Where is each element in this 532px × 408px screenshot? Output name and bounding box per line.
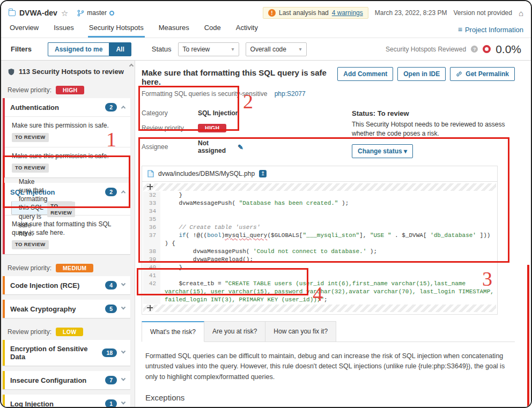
tab-how-can-you-fix-it[interactable]: How can you fix it? bbox=[265, 321, 336, 342]
warnings-link[interactable]: 4 warnings bbox=[332, 9, 363, 17]
count-badge: 7 bbox=[105, 376, 117, 384]
tab-measures[interactable]: Measures bbox=[158, 23, 190, 38]
code-line: 36 // Create table 'users' bbox=[143, 224, 496, 232]
hotspot-location: mysqli_query bbox=[225, 232, 267, 239]
review-priority-label: Review priority bbox=[142, 124, 198, 132]
hotspot-item[interactable]: Make sure this permission is safe. TO RE… bbox=[5, 116, 130, 147]
tab-issues[interactable]: Issues bbox=[53, 23, 75, 38]
rule-description: Formatted SQL queries can be difficult t… bbox=[142, 342, 515, 407]
priority-badge-low: LOW bbox=[56, 328, 83, 336]
open-in-ide-button[interactable]: Open in IDE bbox=[397, 67, 446, 81]
analysis-warning-chip: ! Last analysis had 4 warnings bbox=[263, 7, 368, 19]
project-nav: Overview Issues Security Hotspots Measur… bbox=[9, 23, 523, 38]
code-snippet-panel: dvwa/includes/DBMS/MySQL.php ↥ 32 } 33 d… bbox=[142, 166, 498, 315]
hotspot-title: Make sure that formatting this SQL query… bbox=[142, 68, 337, 86]
status-description: This Security Hotspot needs to be review… bbox=[352, 120, 515, 139]
expand-icon[interactable] bbox=[147, 305, 153, 311]
status-badge: TO REVIEW bbox=[12, 164, 49, 173]
warning-text: Last analysis had bbox=[279, 9, 329, 17]
assignee-label: Assignee bbox=[142, 143, 198, 151]
status-badge: TO REVIEW bbox=[12, 240, 49, 249]
list-icon: ≡ bbox=[458, 25, 462, 34]
category-card-code-injection: Code Injection (RCE) 4 bbox=[3, 276, 130, 294]
assignee-value: Not assigned bbox=[198, 139, 234, 154]
chevron-down-icon[interactable] bbox=[121, 400, 125, 404]
category-label: Category bbox=[142, 109, 198, 117]
category-log-injection[interactable]: Log Injection 1 bbox=[5, 395, 130, 407]
code-viewer: 32 } 33 dvwaMessagePush( "Database has b… bbox=[142, 182, 497, 314]
change-status-button[interactable]: Change status ▾ bbox=[352, 144, 413, 158]
status-panel: Status: To review This Security Hotspot … bbox=[352, 109, 515, 158]
link-icon bbox=[456, 71, 462, 77]
get-permalink-button[interactable]: Get Permalink bbox=[450, 67, 515, 81]
tab-security-hotspots[interactable]: Security Hotspots bbox=[88, 23, 145, 38]
code-line: 35 bbox=[143, 216, 496, 224]
tab-activity[interactable]: Activity bbox=[235, 23, 259, 38]
hotspot-item[interactable]: Make sure that formatting this SQL query… bbox=[5, 215, 130, 254]
project-information-link[interactable]: ≡ Project Information bbox=[458, 25, 523, 38]
exceptions-heading: Exceptions bbox=[145, 393, 513, 402]
help-icon[interactable]: ? bbox=[471, 46, 478, 53]
hotspots-sidebar: 113 Security Hotspots to review Review p… bbox=[1, 61, 135, 407]
priority-group-high: Review priority: HIGH bbox=[1, 81, 135, 98]
pin-file-icon[interactable]: ↥ bbox=[259, 170, 267, 177]
expand-block-below bbox=[143, 305, 496, 312]
all-button[interactable]: All bbox=[109, 42, 131, 56]
tab-whats-the-risk[interactable]: What's the risk? bbox=[142, 321, 204, 342]
hotspot-item-selected[interactable]: Make sure that formatting this SQL query… bbox=[11, 201, 72, 215]
project-icon bbox=[9, 10, 16, 16]
project-name: DVWA-dev bbox=[19, 9, 57, 17]
rule-key-link[interactable]: php:S2077 bbox=[275, 90, 306, 98]
chevron-up-icon[interactable] bbox=[121, 106, 125, 110]
status-badge: TO REVIEW bbox=[12, 133, 49, 142]
hotspot-meta: Category SQL Injection Review priority H… bbox=[142, 109, 352, 158]
branch-icon bbox=[77, 10, 84, 17]
category-card-sql-injection: SQL Injection 2 Make sure that formattin… bbox=[3, 183, 130, 254]
code-line: 38 dvwaMessagePush( 'Could not connect t… bbox=[143, 248, 496, 256]
shield-icon bbox=[8, 68, 15, 76]
category-authentication[interactable]: Authentication 2 bbox=[5, 98, 130, 116]
tab-overview[interactable]: Overview bbox=[9, 23, 40, 38]
tab-are-you-at-risk[interactable]: Are you at risk? bbox=[204, 321, 265, 342]
scope-select[interactable]: Overall code ▾ bbox=[246, 42, 307, 56]
chevron-down-icon[interactable] bbox=[121, 305, 125, 309]
status-badge: TO REVIEW bbox=[47, 202, 75, 218]
hotspot-item[interactable]: Make sure this permission is safe. TO RE… bbox=[5, 147, 130, 177]
hotspots-count-title: 113 Security Hotspots to review bbox=[1, 61, 135, 81]
rule-subline: Formatting SQL queries is security-sensi… bbox=[142, 90, 337, 98]
chevron-up-icon[interactable] bbox=[121, 190, 125, 195]
category-card-authentication: Authentication 2 Make sure this permissi… bbox=[3, 98, 130, 177]
assigned-to-me-button[interactable]: Assigned to me bbox=[48, 42, 109, 56]
filter-bar: Filters Assigned to me All Status To rev… bbox=[1, 38, 531, 61]
branch-name[interactable]: master bbox=[87, 9, 107, 17]
chevron-down-icon[interactable] bbox=[121, 376, 125, 381]
reviewed-donut-ring bbox=[483, 45, 491, 53]
filters-label: Filters bbox=[11, 45, 32, 53]
count-badge: 2 bbox=[105, 103, 117, 112]
expand-icon[interactable] bbox=[147, 184, 153, 190]
count-badge: 5 bbox=[105, 305, 117, 313]
category-insecure-configuration[interactable]: Insecure Configuration 7 bbox=[5, 371, 130, 389]
home-icon[interactable]: ⌂ bbox=[519, 9, 523, 18]
status-label: Status bbox=[152, 45, 172, 53]
tab-code[interactable]: Code bbox=[203, 23, 222, 38]
chevron-down-icon[interactable] bbox=[121, 349, 125, 353]
status-select[interactable]: To review ▾ bbox=[178, 42, 239, 56]
file-icon bbox=[147, 170, 154, 177]
add-comment-button[interactable]: Add Comment bbox=[337, 67, 393, 81]
category-code-injection[interactable]: Code Injection (RCE) 4 bbox=[5, 276, 130, 294]
category-encryption-of-sensitive-data[interactable]: Encryption of Sensitive Data 18 bbox=[5, 340, 130, 366]
file-path[interactable]: dvwa/includes/DBMS/MySQL.php bbox=[158, 170, 255, 177]
category-card-insecure-configuration: Insecure Configuration 7 bbox=[3, 371, 130, 389]
chevron-down-icon[interactable] bbox=[121, 281, 125, 286]
category-weak-cryptography[interactable]: Weak Cryptography 5 bbox=[5, 300, 130, 318]
reviewed-label: Security Hotspots Reviewed bbox=[386, 46, 466, 53]
content-area: 113 Security Hotspots to review Review p… bbox=[1, 61, 531, 407]
code-line: 42 $create_tb = "CREATE TABLE users (use… bbox=[143, 280, 496, 304]
code-line: 37 if( !@((bool)mysqli_query($GLOBALS["_… bbox=[143, 232, 496, 248]
description-paragraph: Formatted SQL queries can be difficult t… bbox=[145, 351, 513, 382]
favorite-star-icon[interactable]: ☆ bbox=[61, 9, 68, 17]
code-line: 40 } bbox=[143, 264, 496, 272]
edit-assignee-icon[interactable]: ✎ bbox=[238, 143, 243, 151]
priority-badge-medium: MEDIUM bbox=[56, 264, 93, 272]
